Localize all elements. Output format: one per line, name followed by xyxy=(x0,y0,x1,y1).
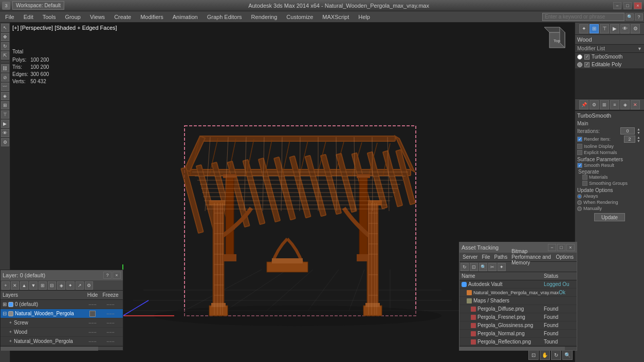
expand-all-btn[interactable]: ⊞ xyxy=(39,281,47,290)
maximize-button[interactable]: □ xyxy=(623,2,632,9)
select-layer-btn[interactable]: ◈ xyxy=(57,281,65,290)
at-refresh-btn[interactable]: ↻ xyxy=(461,263,469,271)
render-iters-spinbox[interactable]: 2 xyxy=(624,136,635,143)
layer-down-btn[interactable]: ▼ xyxy=(29,281,38,290)
display-icon[interactable]: 👁 xyxy=(620,24,630,33)
layer-row-pergola[interactable]: ⊟ Natural_Wooden_Pergola −−− xyxy=(1,309,123,318)
layers-close-btn[interactable]: × xyxy=(113,272,121,279)
menu-views[interactable]: Views xyxy=(86,11,109,22)
zoom-extents-btn[interactable]: ⊡ xyxy=(528,350,539,360)
collapse-all-btn[interactable]: ⊟ xyxy=(48,281,56,290)
link-btn[interactable]: ⛓ xyxy=(1,64,9,72)
asset-restore-btn[interactable]: □ xyxy=(557,244,565,251)
editable-poly-modifier[interactable]: ✓ Editable Poly xyxy=(575,61,644,68)
material-btn[interactable]: ◈ xyxy=(1,92,9,100)
asset-menu-bitmap[interactable]: Bitmap Performance and Memory xyxy=(509,249,554,265)
move-btn[interactable]: ✥ xyxy=(1,33,9,41)
close-button[interactable]: × xyxy=(634,2,642,9)
workspace-dropdown[interactable]: Workspace: Default xyxy=(12,1,64,10)
always-radio[interactable] xyxy=(577,194,582,199)
pin-stack-btn[interactable]: 📌 xyxy=(579,100,588,109)
delete-layer-btn[interactable]: ✕ xyxy=(11,281,19,290)
new-layer-btn[interactable]: + xyxy=(2,281,10,290)
asset-row-diffuse[interactable]: Pergola_Diffuse.png Found xyxy=(459,305,577,313)
materials-checkbox[interactable] xyxy=(582,175,587,180)
layer-row-screw[interactable]: ✦ Screw −−− −−− xyxy=(1,318,123,328)
menu-animation[interactable]: Animation xyxy=(169,11,202,22)
bind-btn[interactable]: 〰 xyxy=(1,83,9,91)
menu-graph-editors[interactable]: Graph Editors xyxy=(203,11,246,22)
asset-menu-server[interactable]: Server xyxy=(461,254,480,260)
expand-btn[interactable]: ⊞ xyxy=(600,100,609,109)
asset-row-glossiness[interactable]: Pergola_Glossiness.png Found xyxy=(459,321,577,330)
asset-row-vault[interactable]: Autodesk Vault Logged Ou xyxy=(459,280,577,289)
viewport-navcube[interactable]: Top xyxy=(542,25,573,55)
render-iters-checkbox[interactable]: ✓ xyxy=(577,137,582,142)
render-iter-up[interactable]: ▲ xyxy=(637,136,642,139)
modifier-checkbox-2[interactable]: ✓ xyxy=(584,62,590,67)
search-input[interactable] xyxy=(542,13,624,21)
iterations-spinbox[interactable]: 0 xyxy=(620,127,635,135)
menu-modifiers[interactable]: Modifiers xyxy=(136,11,168,22)
layer-row-natural-wood[interactable]: ✦ Natural_Wooden_Pergola −−− −−− xyxy=(1,337,123,346)
motion-icon[interactable]: ▶ xyxy=(610,24,619,33)
menu-tools[interactable]: Tools xyxy=(39,11,60,22)
modify-icon[interactable]: ⊞ xyxy=(590,24,599,33)
iter-up[interactable]: ▲ xyxy=(637,127,642,131)
at-find-btn[interactable]: 🔍 xyxy=(479,263,487,271)
asset-menu-paths[interactable]: Paths xyxy=(492,254,510,260)
menu-create[interactable]: Create xyxy=(110,11,135,22)
hierarchy-btn[interactable]: ⊤ xyxy=(1,110,9,119)
asset-row-maxfile[interactable]: Natural_Wooden_Pergola_max_vray.max Ok xyxy=(459,289,577,297)
utils-icon[interactable]: ⚙ xyxy=(631,24,640,33)
menu-file[interactable]: File xyxy=(1,11,19,22)
minimize-button[interactable]: − xyxy=(613,2,621,9)
help-icon[interactable]: ? xyxy=(635,13,643,21)
set-current-btn[interactable]: ✦ xyxy=(66,281,75,290)
scale-btn[interactable]: ⇱ xyxy=(1,51,9,60)
utils-btn[interactable]: ⚙ xyxy=(1,138,9,146)
menu-rendering[interactable]: Rendering xyxy=(247,11,282,22)
layers-scrollbar[interactable] xyxy=(1,346,123,350)
explicit-normals-checkbox[interactable] xyxy=(577,150,582,155)
smoothing-groups-checkbox[interactable] xyxy=(582,181,587,186)
asset-row-maps[interactable]: Maps / Shaders xyxy=(459,297,577,305)
menu-customize[interactable]: Customize xyxy=(282,11,317,22)
modify-btn[interactable]: ⊞ xyxy=(1,101,9,109)
asset-menu-file[interactable]: File xyxy=(480,254,492,260)
modifier-checkbox[interactable]: ✓ xyxy=(584,54,590,60)
rotate-btn[interactable]: ↻ xyxy=(1,42,9,50)
at-resolve-btn[interactable]: ⊡ xyxy=(470,263,478,271)
asset-scrollbar[interactable] xyxy=(459,346,577,350)
when-rendering-radio[interactable] xyxy=(577,200,582,205)
layer-row-default[interactable]: ⊞ 0 (default) −−− −−− xyxy=(1,300,123,309)
smooth-result-checkbox[interactable]: ✓ xyxy=(577,163,582,168)
layer-row-wood[interactable]: ✦ Wood −−− −−− xyxy=(1,328,123,337)
asset-menu-options[interactable]: Options xyxy=(554,254,576,260)
asset-row-reflection[interactable]: Pergola_Reflection.png Tound xyxy=(459,338,577,346)
unlink-btn[interactable]: ⊘ xyxy=(1,73,9,82)
orbit-btn[interactable]: ↻ xyxy=(551,350,561,360)
motion-btn[interactable]: ▶ xyxy=(1,120,9,128)
menu-help[interactable]: Help xyxy=(354,11,374,22)
remove-btn[interactable]: ✕ xyxy=(631,100,640,109)
manually-radio[interactable] xyxy=(577,206,582,211)
asset-close-btn[interactable]: × xyxy=(566,244,575,251)
configure-btn[interactable]: ⚙ xyxy=(590,100,599,109)
menu-edit[interactable]: Edit xyxy=(20,11,38,22)
hierarchy-icon[interactable]: ⊤ xyxy=(600,24,609,33)
pan-btn[interactable]: ✋ xyxy=(540,350,550,360)
display-btn[interactable]: 👁 xyxy=(1,129,9,137)
stack-btn[interactable]: ≡ xyxy=(610,100,619,109)
create-icon[interactable]: ✦ xyxy=(579,24,588,33)
at-strip-btn[interactable]: ✂ xyxy=(488,263,496,271)
isoline-checkbox[interactable] xyxy=(577,144,582,149)
asset-row-fresnel[interactable]: Pergola_Fresnel.png Found xyxy=(459,313,577,321)
select-btn[interactable]: ↖ xyxy=(1,24,9,32)
search-button[interactable]: 🔍 xyxy=(625,13,634,21)
menu-group[interactable]: Group xyxy=(61,11,85,22)
at-highlight-btn[interactable]: ✦ xyxy=(498,263,506,271)
zoom-btn[interactable]: 🔍 xyxy=(562,350,573,360)
render-iter-down[interactable]: ▼ xyxy=(637,139,642,143)
iter-down[interactable]: ▼ xyxy=(637,131,642,135)
